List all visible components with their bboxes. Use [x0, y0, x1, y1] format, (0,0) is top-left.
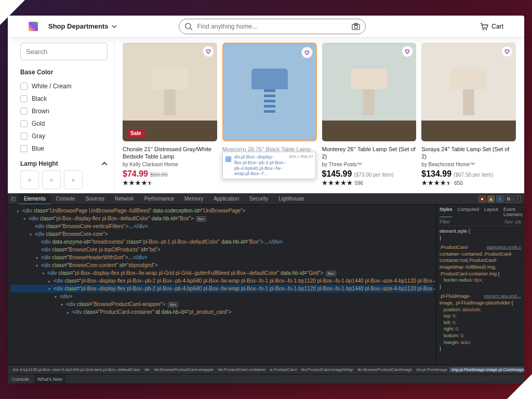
dom-tree-line[interactable]: ▸<div class="UniBrowsePage UniBrowsePage…	[11, 207, 433, 215]
elements-tree[interactable]: ▸<div class="UniBrowsePage UniBrowsePage…	[8, 205, 436, 365]
breadcrumb-item[interactable]: a.ProductCard	[268, 367, 299, 372]
lamp-height-option[interactable]: ⌂	[42, 170, 61, 189]
per-item-price: ($67.50 per item)	[454, 172, 493, 178]
product-price: $74.99$99.99	[123, 169, 217, 179]
body-row: Base Color White / CreamBlackBrownGoldGr…	[8, 37, 524, 193]
devtools-tab-memory[interactable]: Memory	[179, 193, 208, 204]
devtools-warn-icon[interactable]: ▲	[487, 195, 495, 203]
breadcrumb-item[interactable]: div.BrowseProductCard-wrapper	[152, 367, 216, 372]
checkbox-icon	[20, 95, 28, 102]
breadcrumb-item[interactable]: ize-4-bp1120.pl-Box--size-3-bp1440.pl-Gr…	[11, 367, 142, 372]
search-bar[interactable]	[179, 19, 366, 34]
dom-tree-line[interactable]: <div class="BrowseCore-verticalFilters">…	[11, 222, 433, 230]
devtools-tab-elements[interactable]: Elements	[19, 193, 51, 204]
dom-tree-line[interactable]: ▾<div class="BrowseProductCard-wrapper">…	[11, 300, 433, 308]
filter-color-option[interactable]: Gray	[20, 130, 108, 142]
dom-tree-line[interactable]: ▾<div>	[11, 292, 433, 300]
styles-hov[interactable]: :hov .cls	[504, 219, 521, 224]
camera-icon[interactable]	[352, 22, 360, 31]
star-icon	[135, 180, 141, 186]
styles-subtab[interactable]: Computed	[458, 207, 480, 217]
favorite-button[interactable]	[501, 46, 513, 57]
filter-color-option[interactable]: Blue	[20, 142, 108, 155]
styles-subtab[interactable]: Styles	[440, 207, 453, 217]
old-price: $99.99	[150, 171, 168, 178]
lamp-height-header[interactable]: Lamp Height	[20, 160, 108, 167]
filter-color-option[interactable]: Brown	[20, 105, 108, 117]
styles-subtab[interactable]: Layout	[484, 207, 498, 217]
filter-color-option[interactable]: Black	[20, 92, 108, 105]
favorite-button[interactable]	[203, 46, 214, 57]
devtools-error-icon[interactable]: ●	[478, 195, 486, 203]
product-image[interactable]	[322, 43, 417, 141]
devtools-tab-lighthouse[interactable]: Lighthouse	[273, 193, 309, 204]
dom-tree-line[interactable]: <div data-enzyme-id="breadcrumbs" class=…	[11, 238, 433, 246]
dom-tree-line[interactable]: ▸<div class="pl-Box--display-flex pl-Box…	[11, 277, 433, 285]
breadcrumb-item[interactable]: img.pl-FluidImage-image.pl-CoreImage--sh…	[449, 367, 524, 372]
styles-filter[interactable]: Filter	[440, 219, 450, 224]
site-logo[interactable]	[29, 22, 38, 31]
shop-departments-button[interactable]: Shop Departments	[48, 22, 117, 30]
devtools-tab-performance[interactable]: Performance	[139, 193, 179, 204]
checkbox-icon	[20, 83, 28, 90]
star-icon	[347, 180, 353, 186]
product-card[interactable]: Sale Chorale 21'' Distressed Gray/White …	[123, 43, 217, 188]
product-brand: by Kelly Clarkson Home	[123, 162, 217, 167]
more-icon[interactable]: ⋮	[514, 195, 521, 203]
product-image[interactable]: Sale	[123, 43, 217, 141]
product-card[interactable]: Monterey 26'' Table Lamp Set (Set of 2) …	[322, 43, 417, 188]
product-card[interactable]: Moscorro 28.75'' Black Table Lamp by San…	[222, 43, 317, 188]
inspect-icon[interactable]: ◰	[8, 193, 19, 204]
search-input[interactable]	[197, 23, 348, 30]
dom-tree-line[interactable]: <div class="BrowseCore js-topOfProducts"…	[11, 246, 433, 254]
svg-point-5	[486, 29, 487, 30]
lamp-height-option[interactable]: ⌂	[64, 170, 83, 189]
dom-tree-line[interactable]: ▾<div class="BrowseCore-core">	[11, 230, 433, 238]
whats-new-tab[interactable]: What's New	[34, 375, 65, 383]
dom-tree-line[interactable]: ▾<div class="BrowseCore-content" id="sbp…	[11, 261, 433, 269]
app-container: Shop Departments Cart Base Color White /…	[8, 16, 524, 383]
star-icon	[328, 180, 334, 186]
product-card[interactable]: Soraya 24'' Table Lamp Set (Set of 2) by…	[421, 43, 516, 188]
devtools-tab-console[interactable]: Console	[51, 193, 81, 204]
favorite-button[interactable]	[301, 47, 313, 58]
breadcrumb-item[interactable]: div.pl-FluidImage	[414, 367, 449, 372]
cart-icon	[480, 22, 488, 31]
devtools-tab-network[interactable]: Network	[110, 193, 139, 204]
styles-subtab[interactable]: Event Listeners	[503, 207, 523, 217]
breadcrumb-item[interactable]: div	[142, 367, 152, 372]
devtools-tab-application[interactable]: Application	[208, 193, 244, 204]
styles-pane[interactable]: StylesComputedLayoutEvent Listeners Filt…	[436, 205, 524, 365]
product-image[interactable]	[421, 43, 516, 141]
dom-tree-line[interactable]: ▾<div class="pl-Box--display-flex pl-Box…	[11, 269, 433, 277]
filter-color-option[interactable]: Gold	[20, 117, 108, 130]
filter-search-input[interactable]	[20, 43, 108, 60]
filter-color-option[interactable]: White / Cream	[20, 80, 108, 92]
devtools-info-icon[interactable]: i	[496, 195, 503, 203]
breadcrumb-item[interactable]: div.ProductCard-imageWrap	[299, 367, 355, 372]
product-brand: by Three Posts™	[322, 162, 417, 167]
devtools-tab-security[interactable]: Security	[244, 193, 273, 204]
cart-button[interactable]: Cart	[480, 22, 503, 31]
product-grid: Sale Chorale 21'' Distressed Gray/White …	[114, 37, 524, 193]
breadcrumb-item[interactable]: div.ProductCard-container	[216, 367, 268, 372]
star-icon	[123, 180, 128, 186]
star-icon	[446, 180, 452, 186]
heart-icon	[304, 49, 310, 56]
console-drawer-tab[interactable]: Console	[12, 377, 29, 382]
settings-icon[interactable]: ⚙	[505, 195, 512, 203]
dom-tree-line[interactable]: ▾<div class="pl-Box--display-flex pl-Box…	[11, 215, 433, 222]
breadcrumb-bar[interactable]: ize-4-bp1120.pl-Box--size-3-bp1440.pl-Gr…	[8, 365, 524, 374]
heart-icon	[404, 48, 410, 55]
breadcrumb-item[interactable]: div.BrowseProductCardImage	[355, 367, 414, 372]
devtools-tab-sources[interactable]: Sources	[80, 193, 110, 204]
devtools-footer: Console What's New	[8, 374, 524, 383]
product-image[interactable]	[222, 43, 317, 141]
css-rule[interactable]: vendors~app.undl….pl-FluidImage-image, .…	[440, 293, 521, 352]
star-icon	[322, 180, 328, 186]
lamp-height-option[interactable]: ⌂	[20, 170, 39, 189]
dom-tree-line[interactable]: ▾<div class="pl-Box--display-flex pl-Box…	[11, 285, 433, 292]
dom-tree-line[interactable]: ▸<div class="ProductCard-container" id d…	[11, 308, 433, 316]
css-rule[interactable]: application.undle.c.ProductCard-containe…	[440, 244, 521, 290]
dom-tree-line[interactable]: ▾<div class="BrowseHeaderWithSort">…</di…	[11, 254, 433, 261]
